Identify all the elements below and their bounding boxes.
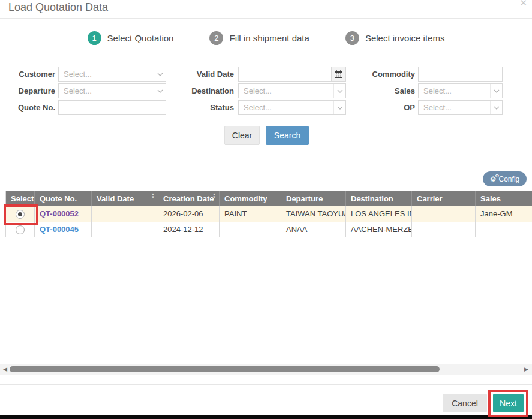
- gears-icon: ⚙⚙: [490, 176, 497, 183]
- customer-label: Customer: [0, 67, 55, 82]
- op-select[interactable]: Select...: [418, 100, 503, 115]
- step-select-invoice-items: 3 Select invoice items: [345, 31, 445, 45]
- scrollbar-thumb[interactable]: [10, 366, 440, 372]
- cell-creation-date: 2026-02-06: [158, 206, 220, 222]
- cell-sales: [476, 222, 516, 237]
- departure-label: Departure: [0, 83, 55, 98]
- config-button-label: Config: [499, 175, 520, 183]
- status-label: Status: [168, 100, 234, 115]
- cell-carrier: [412, 206, 476, 222]
- cell-destination: AACHEN-MERZBR...: [346, 222, 412, 237]
- step-connector: [181, 38, 202, 38]
- clear-button[interactable]: Clear: [224, 126, 260, 145]
- chevron-down-icon: [154, 67, 166, 81]
- col-header-quote-no: Quote No.: [35, 191, 92, 206]
- step-fill-shipment-data: 2 Fill in shipment data: [209, 31, 309, 45]
- col-header-creation-date[interactable]: Creation Date▲▼: [158, 191, 220, 206]
- close-icon[interactable]: ✕: [519, 0, 527, 8]
- table-row: QT-000052 2026-02-06 PAINT TAIWAN TAOYUA…: [6, 206, 532, 222]
- scroll-left-icon[interactable]: ◀: [3, 365, 7, 374]
- footer-divider: [0, 384, 532, 385]
- scroll-right-icon[interactable]: ▶: [524, 365, 528, 374]
- cell-extra: [516, 222, 532, 237]
- step-connector: [317, 38, 338, 38]
- header-divider: [0, 18, 532, 19]
- step-2-label: Fill in shipment data: [229, 33, 309, 43]
- col-header-commodity: Commodity: [220, 191, 281, 206]
- col-header-destination: Destination: [346, 191, 412, 206]
- chevron-down-icon: [490, 101, 502, 114]
- step-1-label: Select Quotation: [107, 33, 174, 43]
- cell-departure: TAIWAN TAOYUA...: [281, 206, 346, 222]
- radio-selected[interactable]: [16, 210, 25, 219]
- commodity-input[interactable]: [418, 67, 503, 82]
- step-3-label: Select invoice items: [365, 33, 445, 43]
- status-select[interactable]: Select...: [238, 100, 346, 115]
- quote-link[interactable]: QT-000052: [40, 209, 79, 218]
- cell-commodity: [220, 222, 281, 237]
- config-button[interactable]: ⚙⚙ Config: [483, 171, 527, 186]
- quote-no-label: Quote No.: [0, 100, 55, 115]
- bottom-black-bar: [0, 415, 532, 419]
- sort-icon[interactable]: ▲▼: [212, 193, 216, 199]
- destination-label: Destination: [168, 83, 234, 98]
- sales-select[interactable]: Select...: [418, 83, 503, 98]
- valid-date-input[interactable]: [239, 67, 331, 81]
- valid-date-group: [238, 67, 346, 82]
- cell-destination: LOS ANGELES INT'L: [346, 206, 412, 222]
- cell-valid-date: [92, 206, 158, 222]
- quote-link[interactable]: QT-000045: [40, 225, 79, 234]
- step-3-circle: 3: [345, 31, 359, 45]
- cell-carrier: [412, 222, 476, 237]
- cell-valid-date: [92, 222, 158, 237]
- cell-extra: [516, 206, 532, 222]
- col-header-extra: [516, 191, 532, 206]
- cell-sales: Jane-GM: [476, 206, 516, 222]
- table-row: QT-000045 2024-12-12 ANAA AACHEN-MERZBR.…: [6, 222, 532, 237]
- cancel-button[interactable]: Cancel: [443, 394, 487, 412]
- customer-select[interactable]: Select...: [58, 67, 166, 82]
- step-select-quotation: 1 Select Quotation: [88, 31, 174, 45]
- quote-no-input[interactable]: [58, 100, 166, 115]
- departure-select[interactable]: Select...: [58, 83, 166, 98]
- commodity-label: Commodity: [336, 67, 415, 82]
- col-header-valid-date[interactable]: Valid Date▲▼: [92, 191, 158, 206]
- col-header-carrier: Carrier: [412, 191, 476, 206]
- wizard-stepper: 1 Select Quotation 2 Fill in shipment da…: [0, 31, 532, 45]
- col-header-sales: Sales: [476, 191, 516, 206]
- chevron-down-icon: [154, 84, 166, 98]
- col-header-departure: Departure: [281, 191, 346, 206]
- valid-date-label: Valid Date: [168, 67, 234, 82]
- search-button[interactable]: Search: [266, 126, 309, 145]
- cell-creation-date: 2024-12-12: [158, 222, 220, 237]
- sales-label: Sales: [336, 83, 415, 98]
- table-header-row: Select Quote No. Valid Date▲▼ Creation D…: [6, 191, 532, 206]
- step-1-circle: 1: [88, 31, 101, 45]
- chevron-down-icon: [490, 84, 502, 98]
- quotation-results-table: Select Quote No. Valid Date▲▼ Creation D…: [5, 191, 532, 237]
- radio-unselected[interactable]: [16, 225, 25, 234]
- step-2-circle: 2: [209, 31, 223, 45]
- op-label: OP: [336, 100, 415, 115]
- page-title: Load Quotation Data: [8, 1, 108, 14]
- destination-select[interactable]: Select...: [238, 83, 346, 98]
- next-button[interactable]: Next: [493, 394, 524, 412]
- cell-commodity: PAINT: [220, 206, 281, 222]
- sort-icon[interactable]: ▲▼: [151, 193, 155, 199]
- cell-departure: ANAA: [281, 222, 346, 237]
- col-header-select: Select: [6, 191, 35, 206]
